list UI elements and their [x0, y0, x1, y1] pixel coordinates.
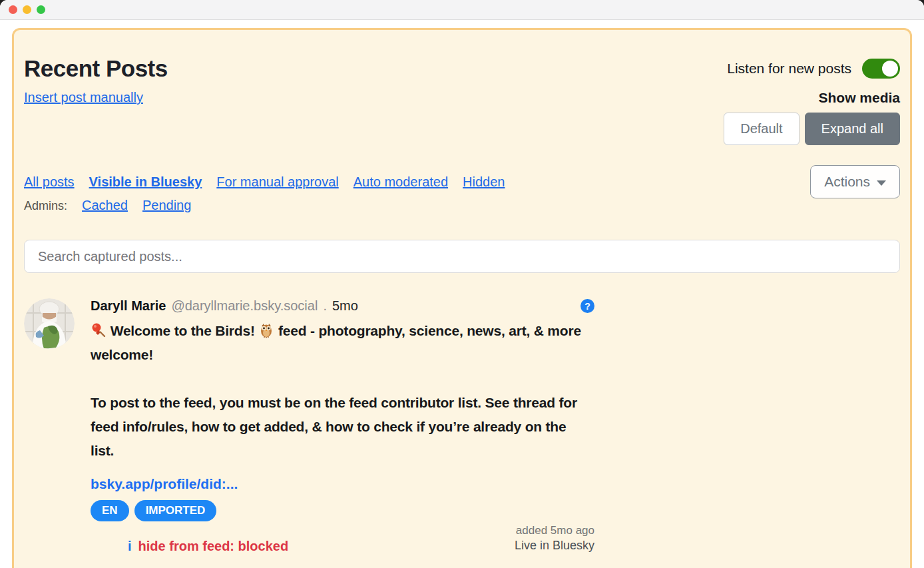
- tab-visible-in-bluesky[interactable]: Visible in Bluesky: [89, 174, 202, 190]
- post-paragraph-2: To post to the feed, you must be on the …: [91, 391, 586, 463]
- page-title: Recent Posts: [24, 55, 168, 82]
- chevron-down-icon: [877, 180, 886, 186]
- help-icon[interactable]: ?: [580, 299, 594, 313]
- owl-emoji: [258, 322, 274, 338]
- admins-row: Admins: Cached Pending: [24, 198, 505, 213]
- author-name[interactable]: Daryll Marie: [91, 298, 166, 314]
- actions-label: Actions: [824, 174, 870, 190]
- admins-label: Admins:: [24, 199, 67, 213]
- listen-group: Listen for new posts: [727, 59, 900, 79]
- badge-row: EN IMPORTED: [91, 500, 594, 521]
- post-content: Daryll Marie @daryllmarie.bsky.social . …: [91, 298, 594, 554]
- moderation-status-label: hide from feed: blocked: [138, 539, 289, 553]
- zoom-window-button[interactable]: [37, 5, 45, 14]
- pushpin-emoji: [91, 322, 107, 338]
- insert-post-manually-link[interactable]: Insert post manually: [24, 90, 143, 105]
- separator-dot: .: [323, 298, 327, 314]
- post-text-1: Welcome to the Birds!: [107, 323, 258, 338]
- admins-pending-link[interactable]: Pending: [142, 198, 191, 213]
- live-status-label: Live in Bluesky: [515, 539, 594, 554]
- filter-tabs: All posts Visible in Bluesky For manual …: [24, 174, 505, 190]
- window-titlebar: [0, 0, 924, 20]
- recent-posts-panel: Recent Posts Listen for new posts Insert…: [12, 28, 912, 568]
- moderation-info-link[interactable]: i: [128, 539, 132, 553]
- media-default-button[interactable]: Default: [724, 113, 799, 145]
- post-footer: ihide from feed: blocked Live in Bluesky: [91, 539, 594, 554]
- listen-for-new-posts-label: Listen for new posts: [727, 61, 851, 77]
- minimize-window-button[interactable]: [23, 5, 31, 14]
- toggle-knob: [882, 61, 898, 77]
- search-input[interactable]: [24, 240, 900, 273]
- show-media-label: Show media: [818, 90, 900, 106]
- actions-dropdown-button[interactable]: Actions: [810, 165, 900, 198]
- post-body: Welcome to the Birds! feed - photography…: [91, 319, 586, 463]
- language-badge[interactable]: EN: [91, 500, 129, 521]
- post-item: Daryll Marie @daryllmarie.bsky.social . …: [24, 298, 900, 554]
- author-handle[interactable]: @daryllmarie.bsky.social: [171, 298, 318, 314]
- media-expand-all-button[interactable]: Expand all: [805, 113, 900, 145]
- filters-block: All posts Visible in Bluesky For manual …: [24, 174, 505, 213]
- added-timestamp: added 5mo ago: [91, 524, 594, 537]
- admins-cached-link[interactable]: Cached: [82, 198, 128, 213]
- listen-toggle[interactable]: [862, 59, 900, 79]
- post-age: 5mo: [332, 298, 358, 314]
- app-window: Recent Posts Listen for new posts Insert…: [0, 0, 924, 568]
- avatar[interactable]: [24, 298, 75, 349]
- post-header: Daryll Marie @daryllmarie.bsky.social . …: [91, 298, 594, 314]
- show-media-group: Show media Default Expand all: [724, 90, 900, 145]
- tab-all-posts[interactable]: All posts: [24, 174, 75, 190]
- tab-for-manual-approval[interactable]: For manual approval: [216, 174, 338, 190]
- bsky-profile-link[interactable]: bsky.app/profile/did:...: [91, 476, 238, 492]
- tab-auto-moderated[interactable]: Auto moderated: [353, 174, 448, 190]
- tab-hidden[interactable]: Hidden: [463, 174, 505, 190]
- moderation-row: ihide from feed: blocked: [91, 539, 288, 554]
- post-paragraph-1: Welcome to the Birds! feed - photography…: [91, 319, 586, 367]
- close-window-button[interactable]: [9, 5, 17, 14]
- avatar-image: [24, 298, 75, 349]
- imported-badge[interactable]: IMPORTED: [134, 500, 217, 521]
